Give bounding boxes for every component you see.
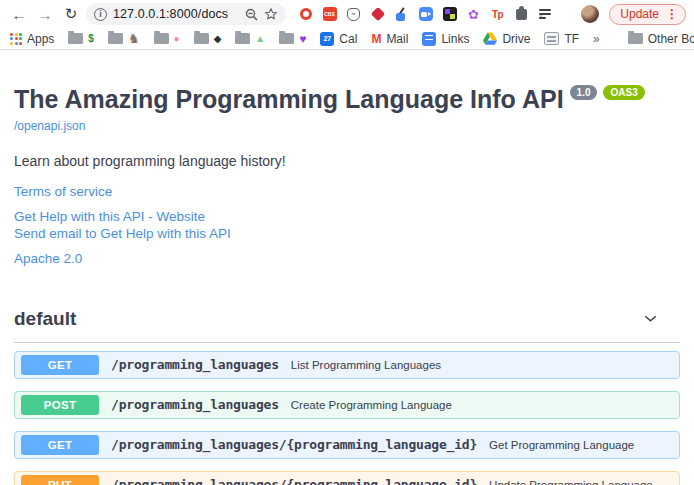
purple-flower-extension-icon[interactable]: ✿: [466, 7, 481, 22]
update-label: Update: [620, 7, 659, 21]
tag-section-title: default: [14, 308, 76, 330]
contact-email-link[interactable]: Send email to Get Help with this API: [14, 226, 680, 241]
folder-emoji: ♥: [299, 33, 306, 45]
update-button[interactable]: Update ⋮: [609, 4, 686, 25]
endpoint-row-get-language[interactable]: GET /programming_languages/{programming_…: [14, 431, 680, 459]
endpoint-row-list-languages[interactable]: GET /programming_languages List Programm…: [14, 351, 680, 379]
bookmark-links[interactable]: Links: [422, 32, 469, 46]
url-text[interactable]: 127.0.0.1:8000/docs: [113, 7, 239, 21]
other-bookmarks[interactable]: Other Bookmarks: [628, 32, 694, 46]
endpoint-row-create-language[interactable]: POST /programming_languages Create Progr…: [14, 391, 680, 419]
pattern-grid-extension-icon[interactable]: [442, 7, 457, 22]
bookmark-folder-green[interactable]: ▲: [235, 33, 265, 44]
license-link[interactable]: Apache 2.0: [14, 251, 680, 266]
endpoint-path: /programming_languages: [111, 357, 279, 372]
cbs-extension-icon[interactable]: CBS: [322, 7, 337, 22]
folder-icon: [154, 33, 169, 44]
endpoint-summary: List Programming Languages: [291, 359, 441, 371]
page-title: The Amazing Programming Language Info AP…: [14, 86, 680, 114]
apps-label: Apps: [27, 32, 54, 46]
profile-avatar[interactable]: [581, 5, 599, 23]
bookmarks-overflow-icon[interactable]: »: [593, 32, 600, 46]
address-bar[interactable]: i 127.0.0.1:8000/docs: [86, 3, 286, 25]
folder-icon: [235, 33, 250, 44]
drive-icon: [483, 32, 497, 45]
browser-toolbar: ← → ↻ i 127.0.0.1:8000/docs CBS ⌄ ✿ Tp ♪…: [0, 0, 694, 28]
reload-icon[interactable]: ↻: [60, 3, 82, 25]
api-title-text: The Amazing Programming Language Info AP…: [14, 85, 564, 113]
send-diamond-extension-icon[interactable]: [370, 7, 385, 22]
folder-emoji: $: [88, 34, 94, 44]
endpoint-summary: Get Programming Language: [489, 439, 634, 451]
http-method-badge: PUT: [21, 475, 99, 485]
drive-label: Drive: [502, 32, 530, 46]
folder-emoji: ▲: [255, 34, 265, 44]
bookmark-drive[interactable]: Drive: [483, 32, 530, 46]
folder-emoji: ●: [174, 34, 180, 44]
bookmark-folder-purple-heart[interactable]: ♥: [279, 33, 306, 45]
folder-icon: [108, 33, 123, 44]
tf-icon: [544, 32, 559, 45]
folder-icon: [628, 33, 643, 44]
folder-emoji: ◆: [214, 34, 222, 44]
red-ring-extension-icon[interactable]: [298, 7, 313, 22]
endpoint-path: /programming_languages/{programming_lang…: [111, 437, 477, 452]
bookmarks-bar: Apps $ ♞ ● ◆ ▲ ♥ 27 Cal M Mail Links D: [0, 28, 694, 50]
http-method-badge: POST: [21, 395, 99, 415]
links-icon: [422, 32, 436, 46]
contact-website-link[interactable]: Get Help with this API - Website: [14, 209, 680, 224]
http-method-badge: GET: [21, 435, 99, 455]
links-label: Links: [441, 32, 469, 46]
back-icon[interactable]: ←: [8, 3, 30, 25]
bookmark-star-icon[interactable]: [264, 7, 278, 21]
apps-grid-icon: [10, 33, 22, 45]
page-info-icon[interactable]: i: [94, 8, 107, 21]
calendar-icon: 27: [320, 32, 334, 46]
bookmark-mail[interactable]: M Mail: [371, 32, 408, 46]
bookmark-calendar[interactable]: 27 Cal: [320, 32, 357, 46]
folder-icon: [194, 33, 209, 44]
oas3-badge: OAS3: [603, 85, 644, 100]
api-info-block: The Amazing Programming Language Info AP…: [14, 86, 680, 266]
endpoint-summary: Update Programming Language: [489, 479, 653, 485]
gmail-icon: M: [371, 32, 381, 46]
folder-icon: [68, 33, 83, 44]
color-picker-extension-icon[interactable]: [394, 7, 409, 22]
forward-icon[interactable]: →: [34, 3, 56, 25]
zoom-meeting-extension-icon[interactable]: [418, 7, 433, 22]
http-method-badge: GET: [21, 355, 99, 375]
swagger-page: The Amazing Programming Language Info AP…: [0, 50, 694, 485]
extensions-row: CBS ⌄ ✿ Tp ♪: [298, 7, 577, 22]
bookmark-folder-graduation[interactable]: ◆: [194, 33, 222, 44]
playlist-extension-icon[interactable]: ♪: [538, 7, 553, 22]
bookmark-folder-horse[interactable]: ♞: [108, 32, 140, 45]
endpoint-list: GET /programming_languages List Programm…: [14, 351, 680, 485]
calendar-label: Cal: [339, 32, 357, 46]
endpoint-row-update-language[interactable]: PUT /programming_languages/{programming_…: [14, 471, 680, 485]
bookmark-tf[interactable]: TF: [544, 32, 579, 46]
other-bookmarks-label: Other Bookmarks: [648, 32, 694, 46]
version-badge: 1.0: [570, 85, 598, 100]
openapi-spec-link[interactable]: /openapi.json: [14, 119, 85, 133]
api-links: Terms of service Get Help with this API …: [14, 184, 680, 266]
bookmark-folder-money[interactable]: $: [68, 33, 94, 44]
puzzle-extension-icon[interactable]: [514, 7, 529, 22]
apps-shortcut[interactable]: Apps: [10, 32, 54, 46]
endpoint-summary: Create Programming Language: [291, 399, 452, 411]
tp-extension-icon[interactable]: Tp: [490, 7, 505, 22]
endpoint-path: /programming_languages/{programming_lang…: [111, 477, 477, 485]
menu-kebab-icon[interactable]: ⋮: [663, 7, 681, 21]
tf-label: TF: [564, 32, 579, 46]
bookmark-folder-pink[interactable]: ●: [154, 33, 180, 44]
folder-icon: [279, 33, 294, 44]
mail-label: Mail: [386, 32, 408, 46]
api-description: Learn about programming language history…: [14, 153, 680, 169]
pocket-extension-icon[interactable]: ⌄: [346, 7, 361, 22]
folder-emoji: ♞: [128, 32, 140, 45]
chevron-down-icon[interactable]: [643, 311, 658, 326]
tag-section-header[interactable]: default: [14, 308, 680, 343]
endpoint-path: /programming_languages: [111, 397, 279, 412]
terms-of-service-link[interactable]: Terms of service: [14, 184, 680, 199]
zoom-level-icon[interactable]: [245, 8, 258, 21]
